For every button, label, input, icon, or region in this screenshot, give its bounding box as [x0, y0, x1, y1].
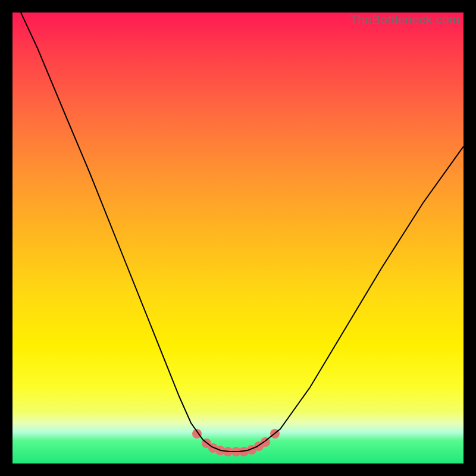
chart-plot-area: TheBottleneck.com — [12, 12, 464, 464]
bottleneck-curve — [12, 12, 464, 452]
chart-svg — [12, 12, 464, 464]
bottom-markers-group — [192, 429, 280, 456]
